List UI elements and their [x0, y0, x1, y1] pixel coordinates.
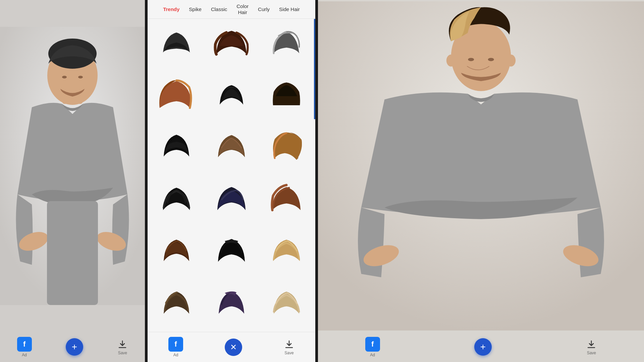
hair-style-13[interactable] — [149, 229, 204, 281]
hair-style-18[interactable] — [259, 281, 314, 332]
right-save-label: Save — [587, 351, 596, 355]
hair-category-tabs: Trendy Spike Classic Color Hair Curly Si… — [148, 0, 315, 19]
hair-style-2[interactable] — [204, 21, 259, 73]
tab-curly[interactable]: Curly — [253, 4, 274, 15]
hair-style-7[interactable] — [149, 125, 204, 177]
right-add-button[interactable]: + — [474, 338, 492, 356]
tab-trendy[interactable]: Trendy — [158, 4, 184, 15]
left-save-label: Save — [118, 351, 127, 355]
hair-style-14[interactable] — [204, 229, 259, 281]
hair-style-6[interactable] — [259, 73, 314, 125]
hair-style-3[interactable] — [259, 21, 314, 73]
left-save-icon — [117, 339, 128, 350]
left-bottom-bar: f Ad + Save — [0, 332, 145, 362]
hair-style-17[interactable] — [204, 281, 259, 332]
hair-style-11[interactable] — [204, 177, 259, 229]
right-fb-icon: f — [365, 337, 380, 352]
svg-point-14 — [446, 55, 456, 67]
center-close-button[interactable]: ✕ — [225, 339, 242, 356]
left-fb-icon: f — [17, 337, 32, 352]
svg-point-15 — [506, 55, 516, 67]
center-save-icon — [284, 339, 294, 350]
left-add-button[interactable]: + — [66, 338, 83, 356]
svg-point-13 — [488, 58, 494, 61]
center-panel: Trendy Spike Classic Color Hair Curly Si… — [148, 0, 315, 362]
left-panel: f Ad + Save — [0, 0, 145, 362]
hair-style-8[interactable] — [204, 125, 259, 177]
right-panel: f Ad + Save — [318, 0, 644, 362]
svg-point-4 — [62, 76, 67, 78]
tab-side-hair[interactable]: Side Hair — [274, 4, 305, 15]
tab-classic[interactable]: Classic — [206, 4, 232, 15]
divider-right — [315, 0, 318, 362]
svg-point-5 — [78, 76, 83, 78]
center-ad-button[interactable]: f Ad — [168, 337, 183, 357]
tab-spike[interactable]: Spike — [184, 4, 206, 15]
right-ad-label: Ad — [370, 353, 375, 357]
hair-style-12[interactable] — [259, 177, 314, 229]
hair-style-5[interactable] — [204, 73, 259, 125]
tab-color-hair[interactable]: Color Hair — [232, 2, 253, 17]
hair-style-16[interactable] — [149, 281, 204, 332]
right-bottom-bar: f Ad + Save — [318, 332, 644, 362]
left-person-photo — [0, 0, 145, 362]
divider-left — [145, 0, 148, 362]
center-save-label: Save — [284, 351, 293, 355]
svg-point-12 — [468, 58, 474, 61]
hair-style-10[interactable] — [149, 177, 204, 229]
left-save-button[interactable]: Save — [117, 339, 128, 355]
center-save-button[interactable]: Save — [284, 339, 294, 355]
right-ad-button[interactable]: f Ad — [365, 337, 380, 357]
hair-style-15[interactable] — [259, 229, 314, 281]
hair-style-grid — [148, 19, 315, 332]
hair-style-1[interactable] — [149, 21, 204, 73]
center-ad-label: Ad — [173, 353, 178, 357]
hair-style-9[interactable] — [259, 125, 314, 177]
svg-rect-8 — [47, 201, 98, 305]
right-save-button[interactable]: Save — [586, 339, 597, 355]
left-ad-button[interactable]: f Ad — [17, 337, 32, 357]
hair-style-4[interactable] — [149, 73, 204, 125]
center-bottom-bar: f Ad ✕ Save — [148, 332, 315, 362]
right-save-icon — [586, 339, 597, 350]
scroll-indicator — [314, 19, 315, 119]
left-ad-label: Ad — [22, 353, 27, 357]
center-fb-icon: f — [168, 337, 183, 352]
